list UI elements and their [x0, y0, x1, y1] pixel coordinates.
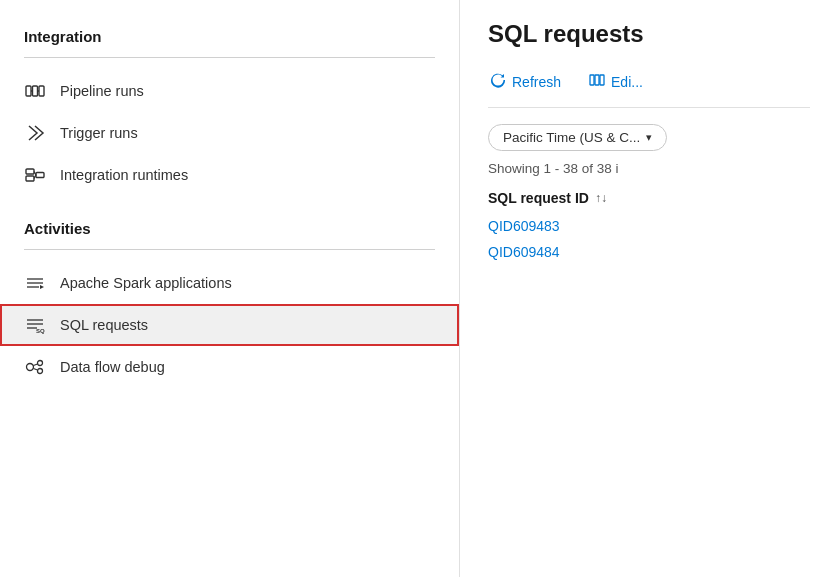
sidebar-item-apache-spark[interactable]: Apache Spark applications — [0, 262, 459, 304]
sidebar-item-pipeline-runs[interactable]: Pipeline runs — [0, 70, 459, 112]
page-title: SQL requests — [488, 20, 810, 48]
refresh-label: Refresh — [512, 74, 561, 90]
svg-line-22 — [34, 369, 38, 371]
edit-label: Edi... — [611, 74, 643, 90]
svg-point-18 — [27, 364, 34, 371]
svg-text:SQL: SQL — [36, 328, 45, 334]
timezone-value: Pacific Time (US & C... — [503, 130, 640, 145]
pipeline-icon — [24, 80, 46, 102]
sidebar-label-data-flow-debug: Data flow debug — [60, 359, 165, 375]
svg-rect-5 — [26, 169, 34, 174]
table-header-row: SQL request ID ↑↓ — [488, 190, 810, 206]
refresh-button[interactable]: Refresh — [488, 68, 563, 95]
svg-line-21 — [34, 364, 38, 366]
sidebar-item-integration-runtimes[interactable]: Integration runtimes — [0, 154, 459, 196]
columns-icon — [589, 72, 605, 91]
column-sql-request-id: SQL request ID — [488, 190, 589, 206]
activities-section: Activities Apache Spark applications — [0, 212, 459, 388]
svg-rect-6 — [26, 176, 34, 181]
sidebar-item-sql-requests[interactable]: SQL SQL requests — [0, 304, 459, 346]
sidebar-label-trigger-runs: Trigger runs — [60, 125, 138, 141]
sidebar: Integration Pipeline runs — [0, 0, 460, 577]
svg-line-8 — [34, 172, 36, 176]
integration-section: Integration Pipeline runs — [0, 20, 459, 196]
activities-divider — [24, 249, 435, 250]
svg-rect-0 — [26, 86, 31, 96]
svg-rect-24 — [595, 75, 599, 85]
integration-divider — [24, 57, 435, 58]
svg-point-20 — [38, 369, 43, 374]
sidebar-label-pipeline-runs: Pipeline runs — [60, 83, 144, 99]
showing-count: Showing 1 - 38 of 38 i — [488, 161, 810, 176]
svg-line-9 — [34, 175, 36, 179]
activities-section-title: Activities — [0, 212, 459, 245]
trigger-icon — [24, 122, 46, 144]
svg-rect-7 — [36, 173, 44, 178]
chevron-down-icon: ▾ — [646, 131, 652, 144]
sidebar-item-trigger-runs[interactable]: Trigger runs — [0, 112, 459, 154]
svg-rect-23 — [590, 75, 594, 85]
toolbar: Refresh Edi... — [488, 68, 810, 108]
runtime-icon — [24, 164, 46, 186]
list-item[interactable]: QID609483 — [488, 218, 810, 234]
sidebar-label-apache-spark: Apache Spark applications — [60, 275, 232, 291]
svg-rect-3 — [39, 86, 44, 96]
sidebar-item-data-flow-debug[interactable]: Data flow debug — [0, 346, 459, 388]
svg-rect-25 — [600, 75, 604, 85]
edit-button[interactable]: Edi... — [587, 68, 645, 95]
sidebar-label-sql-requests: SQL requests — [60, 317, 148, 333]
dataflow-icon — [24, 356, 46, 378]
svg-rect-1 — [33, 86, 38, 96]
table-body: QID609483 QID609484 — [488, 218, 810, 260]
svg-marker-13 — [40, 285, 44, 289]
spark-icon — [24, 272, 46, 294]
sort-icon[interactable]: ↑↓ — [595, 191, 607, 205]
refresh-icon — [490, 72, 506, 91]
integration-section-title: Integration — [0, 20, 459, 53]
sidebar-label-integration-runtimes: Integration runtimes — [60, 167, 188, 183]
svg-point-19 — [38, 361, 43, 366]
timezone-dropdown[interactable]: Pacific Time (US & C... ▾ — [488, 124, 667, 151]
main-panel: SQL requests Refresh Edi... Pacific Ti — [460, 0, 838, 577]
list-item[interactable]: QID609484 — [488, 244, 810, 260]
sql-icon: SQL — [24, 314, 46, 336]
